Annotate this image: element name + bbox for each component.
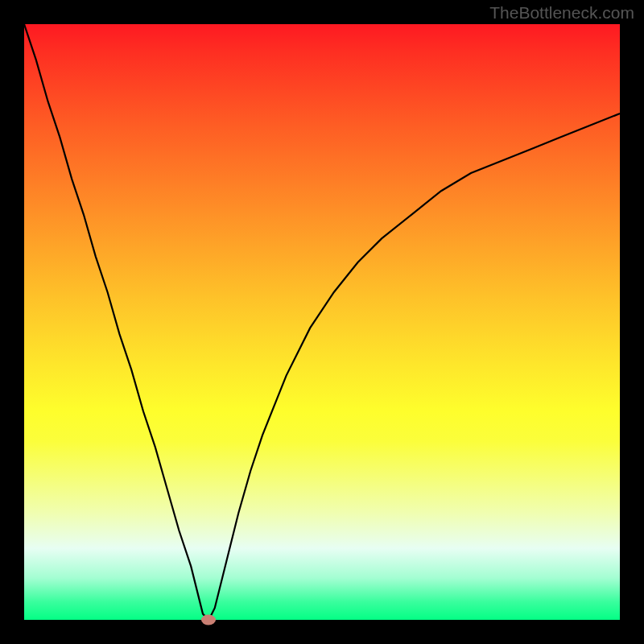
optimum-marker [201,615,216,625]
chart-plot-area [24,24,620,620]
watermark-text: TheBottleneck.com [489,3,634,23]
bottleneck-curve [24,24,620,620]
chart-svg [24,24,620,620]
